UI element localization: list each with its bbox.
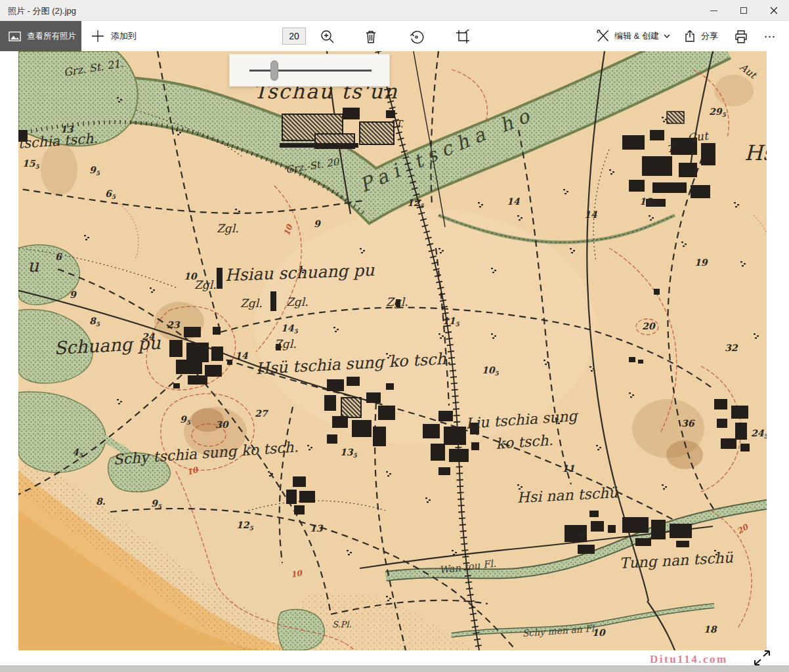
edit-create-button[interactable]: 编辑 & 创建 [596, 21, 671, 51]
window-controls [698, 0, 789, 21]
minimize-icon [710, 10, 717, 11]
zoom-slider-track[interactable] [249, 70, 372, 72]
svg-text:18: 18 [704, 624, 717, 635]
svg-text:24: 24 [142, 331, 156, 342]
svg-text:14: 14 [235, 350, 249, 361]
minimize-button[interactable] [698, 0, 729, 21]
window-title: 照片 - 分图 (2).jpg [8, 5, 76, 17]
print-button[interactable] [733, 28, 750, 45]
photo-canvas: Pai tscha ho Grz. St. 21.Tschau ts'unGrz… [0, 51, 789, 665]
svg-text:10: 10 [592, 627, 606, 638]
svg-text:6: 6 [55, 251, 62, 262]
svg-text:Hsie: Hsie [744, 140, 767, 165]
svg-text:Zgl.: Zgl. [274, 337, 297, 350]
svg-text:T.: T. [578, 532, 586, 543]
svg-text:Zgl.: Zgl. [194, 278, 217, 291]
svg-text:9: 9 [70, 289, 77, 300]
svg-text:Zgl.: Zgl. [286, 295, 309, 308]
trash-icon [363, 29, 379, 45]
zoom-in-icon [320, 29, 335, 45]
svg-text:T.: T. [395, 118, 404, 130]
edit-create-icon [596, 29, 610, 43]
delete-button[interactable] [362, 28, 379, 45]
chevron-down-icon [663, 32, 671, 40]
toolbar: 查看所有照片 添加到 20 编辑 & 创建 [0, 21, 789, 51]
zoom-level-box[interactable]: 20 [282, 28, 306, 45]
print-icon [733, 29, 749, 45]
svg-text:u: u [28, 255, 39, 276]
maximize-button[interactable] [729, 0, 759, 21]
add-icon [91, 29, 105, 43]
close-button[interactable] [759, 0, 789, 21]
share-icon [683, 29, 697, 43]
add-to-label: 添加到 [111, 30, 137, 42]
rotate-icon [408, 28, 425, 45]
titlebar: 照片 - 分图 (2).jpg [0, 0, 789, 21]
svg-text:13: 13 [310, 523, 324, 534]
fullscreen-icon [755, 651, 769, 665]
share-label: 分享 [701, 30, 718, 42]
watermark: Ditu114.com [650, 653, 755, 666]
svg-text:14: 14 [507, 196, 521, 207]
view-all-photos-label: 查看所有照片 [27, 31, 76, 42]
close-icon [770, 7, 778, 14]
share-button[interactable]: 分享 [683, 21, 718, 51]
view-all-photos-button[interactable]: 查看所有照片 [0, 21, 81, 51]
svg-text:32: 32 [725, 343, 738, 353]
svg-text:Zgl.: Zgl. [386, 295, 408, 308]
svg-text:36: 36 [681, 418, 695, 429]
svg-text:Zgl.: Zgl. [217, 222, 239, 235]
historic-map: Pai tscha ho Grz. St. 21.Tschau ts'unGrz… [18, 51, 767, 650]
svg-text:30: 30 [215, 419, 229, 430]
more-options-button[interactable]: ⋯ [761, 28, 778, 45]
svg-text:Zgl.: Zgl. [240, 297, 263, 310]
rotate-button[interactable] [408, 28, 425, 45]
photos-icon [8, 30, 22, 43]
zoom-slider-popup [229, 54, 390, 87]
svg-text:T.: T. [667, 143, 675, 155]
svg-text:19: 19 [694, 257, 708, 268]
svg-text:9: 9 [314, 219, 321, 229]
edit-create-label: 编辑 & 创建 [614, 30, 659, 42]
svg-text:14: 14 [584, 209, 598, 220]
crop-icon [455, 29, 471, 45]
add-to-button[interactable]: 添加到 [91, 21, 137, 51]
window-bottom-edge [0, 665, 789, 672]
svg-text:23: 23 [167, 320, 181, 330]
zoom-slider-thumb[interactable] [270, 60, 278, 81]
svg-text:10: 10 [184, 271, 198, 282]
svg-text:11: 11 [562, 463, 575, 474]
maximize-icon [740, 7, 747, 14]
svg-text:8.: 8. [96, 496, 106, 507]
svg-text:Gut: Gut [687, 129, 710, 144]
crop-button[interactable] [454, 28, 471, 45]
map-image[interactable]: Pai tscha ho Grz. St. 21.Tschau ts'unGrz… [18, 51, 767, 650]
svg-text:20: 20 [642, 321, 656, 331]
zoom-level-value: 20 [289, 31, 299, 41]
svg-text:13: 13 [60, 124, 74, 135]
zoom-in-button[interactable] [319, 28, 336, 45]
more-options-icon: ⋯ [764, 30, 777, 44]
svg-text:S.Pl.: S.Pl. [332, 620, 352, 629]
svg-text:27: 27 [255, 408, 269, 419]
fullscreen-button[interactable] [754, 650, 771, 666]
